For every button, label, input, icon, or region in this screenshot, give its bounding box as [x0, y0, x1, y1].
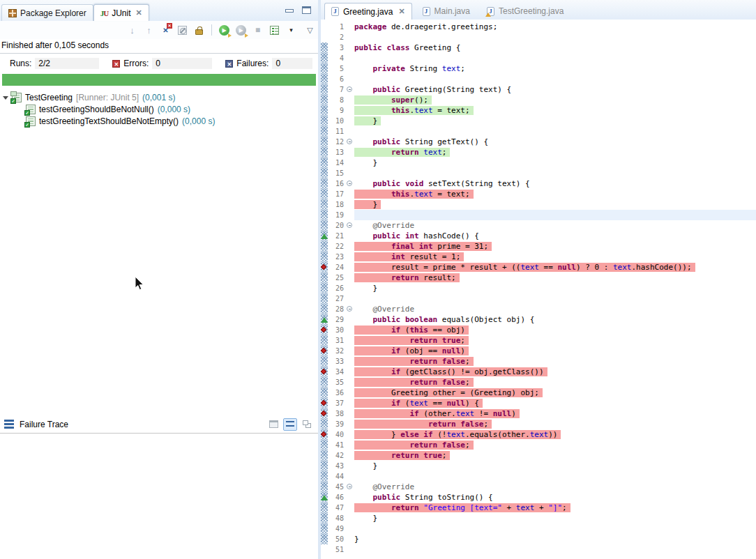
code-line[interactable]: 31 return true;: [321, 335, 756, 346]
code-line[interactable]: 16 public void setText(String text) {: [321, 178, 756, 189]
code-line[interactable]: 14 }: [321, 158, 756, 168]
line-number[interactable]: 15: [328, 168, 345, 178]
line-number[interactable]: 50: [328, 534, 345, 544]
code-line[interactable]: 46 public String toString() {: [321, 492, 756, 503]
branch-missed-marker[interactable]: [321, 346, 328, 356]
fold-collapse-icon[interactable]: [345, 304, 354, 314]
line-number[interactable]: 12: [328, 137, 345, 147]
line-number[interactable]: 2: [328, 32, 345, 43]
fold-collapse-icon[interactable]: [345, 84, 354, 95]
code-line[interactable]: 50}: [321, 534, 756, 544]
line-number[interactable]: 42: [328, 450, 345, 461]
branch-missed-marker[interactable]: [321, 262, 328, 273]
code-text[interactable]: result = prime * result + ((text == null…: [354, 262, 756, 273]
line-number[interactable]: 16: [328, 178, 345, 189]
line-number[interactable]: 36: [328, 388, 345, 398]
line-number[interactable]: 20: [328, 220, 345, 231]
code-area[interactable]: 1package de.draegerit.greetings;23public…: [321, 20, 756, 559]
line-number[interactable]: 27: [328, 293, 345, 304]
scroll-lock-button[interactable]: [193, 24, 205, 36]
fold-collapse-icon[interactable]: [345, 482, 354, 492]
code-text[interactable]: private String text;: [354, 63, 756, 74]
line-number[interactable]: 40: [328, 429, 345, 440]
line-number[interactable]: 23: [328, 252, 345, 262]
code-line[interactable]: 2: [321, 32, 756, 43]
code-text[interactable]: [354, 168, 756, 178]
code-line[interactable]: 34 if (getClass() != obj.getClass()): [321, 367, 756, 377]
line-number[interactable]: 4: [328, 53, 345, 63]
code-line[interactable]: 37 if (text == null) {: [321, 398, 756, 408]
code-line[interactable]: 5 private String text;: [321, 63, 756, 74]
line-number[interactable]: 30: [328, 325, 345, 335]
code-line[interactable]: 17 this.text = text;: [321, 189, 756, 199]
code-line[interactable]: 20 @Override: [321, 220, 756, 231]
code-text[interactable]: }: [354, 283, 756, 293]
code-line[interactable]: 13 return text;: [321, 147, 756, 158]
branch-missed-marker[interactable]: [321, 325, 328, 335]
tree-item-test-1[interactable]: ✓ testGreetingShouldBeNotNull() (0,000 s…: [0, 103, 318, 115]
code-line[interactable]: 40 } else if (!text.equals(other.text)): [321, 429, 756, 440]
tab-main-java[interactable]: J Main.java: [416, 3, 476, 20]
code-line[interactable]: 27: [321, 293, 756, 304]
code-line[interactable]: 45 @Override: [321, 482, 756, 492]
code-text[interactable]: @Override: [354, 482, 756, 492]
code-line[interactable]: 35 return false;: [321, 377, 756, 388]
chevron-expanded-icon[interactable]: [3, 96, 8, 100]
code-line[interactable]: 44: [321, 471, 756, 482]
minimize-button[interactable]: [285, 9, 294, 13]
code-text[interactable]: public class Greeting {: [354, 43, 756, 53]
code-text[interactable]: [354, 293, 756, 304]
code-text[interactable]: }: [354, 158, 756, 168]
line-number[interactable]: 5: [328, 63, 345, 74]
code-text[interactable]: public void setText(String text) {: [354, 178, 756, 189]
code-line[interactable]: 38 if (other.text != null): [321, 408, 756, 419]
code-text[interactable]: return text;: [354, 147, 756, 158]
line-number[interactable]: 48: [328, 513, 345, 523]
filter-stack-trace-button[interactable]: [283, 418, 297, 431]
line-number[interactable]: 49: [328, 523, 345, 534]
code-line[interactable]: 25 return result;: [321, 273, 756, 283]
failure-trace-content[interactable]: [0, 434, 318, 559]
line-number[interactable]: 32: [328, 346, 345, 356]
tree-item-test-2[interactable]: ✓ testGreetingTextShouldBeNotEmpty() (0,…: [0, 115, 318, 127]
branch-missed-marker[interactable]: [321, 408, 328, 419]
code-line[interactable]: 9 this.text = text;: [321, 105, 756, 116]
code-line[interactable]: 36 Greeting other = (Greeting) obj;: [321, 388, 756, 398]
close-icon[interactable]: ✕: [398, 7, 405, 16]
code-text[interactable]: [354, 544, 756, 555]
line-number[interactable]: 44: [328, 471, 345, 482]
code-line[interactable]: 30 if (this == obj): [321, 325, 756, 335]
line-number[interactable]: 22: [328, 241, 345, 252]
next-failure-button[interactable]: ↓: [126, 24, 138, 36]
code-text[interactable]: if (text == null) {: [354, 398, 756, 408]
previous-failure-button[interactable]: ↑: [143, 24, 155, 36]
code-line[interactable]: 18 }: [321, 199, 756, 210]
code-text[interactable]: if (this == obj): [354, 325, 756, 335]
line-number[interactable]: 39: [328, 419, 345, 429]
show-failures-only-button[interactable]: ✕✕: [160, 24, 172, 36]
line-number[interactable]: 3: [328, 43, 345, 53]
line-number[interactable]: 28: [328, 304, 345, 314]
code-text[interactable]: }: [354, 513, 756, 523]
hierarchy-menu-button[interactable]: ▾: [285, 24, 297, 36]
code-text[interactable]: public int hashCode() {: [354, 231, 756, 241]
view-menu-button[interactable]: ▽: [302, 24, 314, 36]
code-text[interactable]: } else if (!text.equals(other.text)): [354, 429, 756, 440]
line-number[interactable]: 47: [328, 503, 345, 513]
code-line[interactable]: 32 if (obj == null): [321, 346, 756, 356]
line-number[interactable]: 8: [328, 95, 345, 105]
code-line[interactable]: 33 return false;: [321, 356, 756, 367]
code-text[interactable]: return false;: [354, 356, 756, 367]
line-number[interactable]: 18: [328, 199, 345, 210]
code-text[interactable]: }: [354, 461, 756, 471]
code-text[interactable]: @Override: [354, 220, 756, 231]
tree-item-testgreeting[interactable]: ✓ TestGreeting [Runner: JUnit 5] (0,001 …: [0, 91, 318, 103]
code-line[interactable]: 24 result = prime * result + ((text == n…: [321, 262, 756, 273]
code-line[interactable]: 39 return false;: [321, 419, 756, 429]
code-line[interactable]: 8 super();: [321, 95, 756, 105]
code-text[interactable]: return true;: [354, 450, 756, 461]
code-text[interactable]: [354, 74, 756, 84]
code-line[interactable]: 48 }: [321, 513, 756, 523]
code-text[interactable]: [354, 126, 756, 137]
branch-missed-marker[interactable]: [321, 367, 328, 377]
